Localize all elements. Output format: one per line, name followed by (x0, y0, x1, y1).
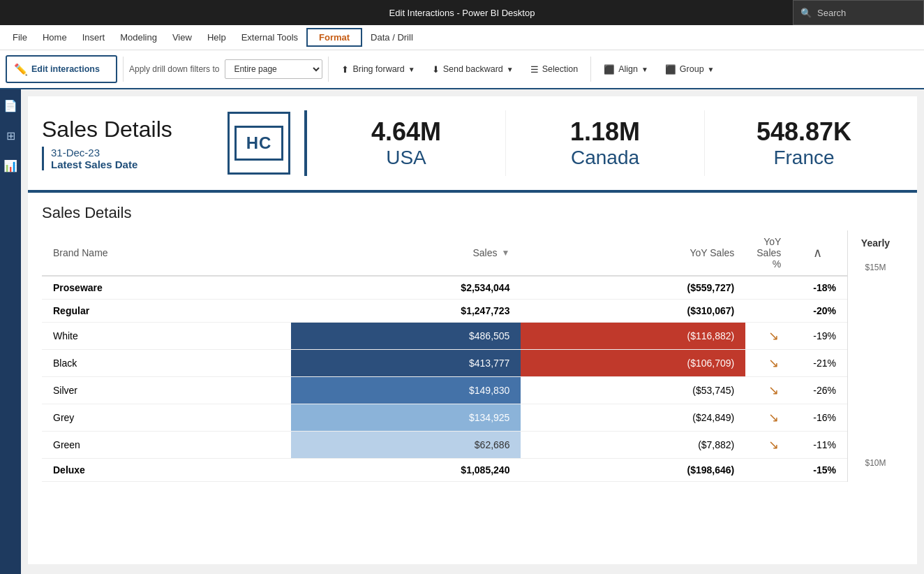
table-header-row: Brand Name Sales ▼ YoY Sales (42, 230, 847, 276)
table-row: Deluxe$1,085,240($198,646)-15% (42, 459, 847, 482)
table-row: Grey$134,925($24,849)↘-16% (42, 404, 847, 432)
group-chevron: ▼ (708, 66, 715, 73)
report-canvas: Sales Details 31-Dec-23 Latest Sales Dat… (28, 96, 917, 564)
bring-forward-icon: ⬆ (341, 64, 349, 75)
cell-brand: Proseware (42, 276, 291, 300)
sort-icon: ▼ (502, 248, 510, 258)
scroll-up-icon: ∧ (813, 246, 822, 260)
kpi-value-france: 548.87K (757, 117, 851, 147)
cell-brand: Regular (42, 300, 291, 323)
main-content: Sales Details 31-Dec-23 Latest Sales Dat… (21, 89, 924, 574)
table-body: Proseware$2,534,044($559,727)-18%Regular… (42, 276, 847, 482)
align-button[interactable]: ⬛ Align ▼ (597, 55, 655, 83)
menu-modeling[interactable]: Modeling (113, 29, 164, 45)
send-backward-button[interactable]: ⬇ Send backward ▼ (425, 55, 521, 83)
cell-sales: $1,247,723 (291, 300, 521, 323)
kpi-logo-text: HC (246, 133, 272, 153)
menu-file[interactable]: File (6, 29, 34, 45)
group-button[interactable]: ⬛ Group ▼ (658, 55, 722, 83)
apply-drill-label: Apply drill down filters to (129, 64, 219, 74)
apply-drill-dropdown[interactable]: Entire page (225, 59, 322, 79)
cell-yoy: ($53,745) (521, 377, 745, 404)
price-label-2: $10M (865, 458, 886, 468)
cell-arrow: ↘ (745, 377, 802, 404)
sidebar-icon-1[interactable]: 📄 (1, 96, 20, 115)
th-scroll[interactable]: ∧ (802, 230, 847, 276)
send-backward-chevron: ▼ (507, 66, 514, 73)
cell-yoy-pct: -26% (802, 377, 847, 404)
table-row: Green$62,686($7,882)↘-11% (42, 432, 847, 459)
cell-arrow (745, 276, 802, 300)
cell-yoy-pct: -16% (802, 404, 847, 432)
kpi-value-usa: 4.64M (371, 117, 441, 147)
kpi-card-canada: 1.18M Canada (506, 110, 705, 176)
menu-insert[interactable]: Insert (75, 29, 112, 45)
kpi-country-france: France (773, 147, 834, 169)
cell-yoy-pct: -20% (802, 300, 847, 323)
app-title: Edit Interactions - Power BI Desktop (389, 8, 535, 18)
cell-yoy-pct: -19% (802, 323, 847, 350)
search-box[interactable]: 🔍 Search (793, 0, 924, 25)
edit-interactions-button[interactable]: ✏️ Edit interactions (6, 55, 117, 83)
menu-external-tools[interactable]: External Tools (234, 29, 305, 45)
table-title: Sales Details (42, 204, 903, 222)
edit-interactions-icon: ✏️ (14, 63, 28, 76)
bring-forward-chevron: ▼ (408, 66, 415, 73)
cell-brand: White (42, 323, 291, 350)
cell-brand: Black (42, 350, 291, 377)
separator-1 (123, 57, 124, 82)
menu-help[interactable]: Help (200, 29, 233, 45)
cell-arrow (745, 300, 802, 323)
th-yoy-pct: YoY Sales % (745, 230, 802, 276)
table-row: Silver$149,830($53,745)↘-26% (42, 377, 847, 404)
selection-button[interactable]: ☰ Selection (523, 55, 585, 83)
send-backward-label: Send backward (443, 64, 503, 74)
cell-sales: $1,085,240 (291, 459, 521, 482)
cell-yoy-pct: -15% (802, 459, 847, 482)
kpi-country-canada: Canada (571, 147, 639, 169)
cell-brand: Deluxe (42, 459, 291, 482)
kpi-left-info: Sales Details 31-Dec-23 Latest Sales Dat… (42, 117, 221, 170)
cell-arrow: ↘ (745, 432, 802, 459)
cell-yoy: ($116,882) (521, 323, 745, 350)
kpi-card-usa: 4.64M USA (307, 110, 506, 176)
cell-yoy: ($106,709) (521, 350, 745, 377)
cell-sales: $62,686 (291, 432, 521, 459)
toolbar: ✏️ Edit interactions Apply drill down fi… (0, 50, 924, 89)
table-section: Sales Details Brand Name Sales (28, 193, 917, 493)
menu-format[interactable]: Format (306, 28, 362, 47)
table-row: Black$413,777($106,709)↘-21% (42, 350, 847, 377)
menu-data-drill[interactable]: Data / Drill (364, 29, 420, 45)
table-row: Regular$1,247,723($310,067)-20% (42, 300, 847, 323)
sidebar-icon-3[interactable]: 📊 (1, 156, 20, 175)
cell-yoy: ($198,646) (521, 459, 745, 482)
bring-forward-button[interactable]: ⬆ Bring forward ▼ (334, 55, 422, 83)
cell-yoy-pct: -21% (802, 350, 847, 377)
menu-home[interactable]: Home (36, 29, 74, 45)
table-row: White$486,505($116,882)↘-19% (42, 323, 847, 350)
selection-label: Selection (542, 64, 578, 74)
th-sales[interactable]: Sales ▼ (291, 230, 521, 276)
cell-brand: Grey (42, 404, 291, 432)
right-chart-panel: Yearly $15M $10M (847, 230, 903, 482)
cell-brand: Green (42, 432, 291, 459)
separator-2 (328, 57, 329, 82)
search-label: Search (817, 8, 846, 18)
kpi-date: 31-Dec-23 (51, 147, 221, 159)
kpi-section: Sales Details 31-Dec-23 Latest Sales Dat… (28, 96, 917, 193)
edit-interactions-label: Edit interactions (31, 64, 100, 74)
cell-yoy: ($24,849) (521, 404, 745, 432)
cell-sales: $2,534,044 (291, 276, 521, 300)
kpi-logo: HC (228, 112, 290, 175)
left-sidebar: 📄 ⊞ 📊 (0, 89, 21, 574)
kpi-card-france: 548.87K France (705, 110, 903, 176)
sales-table: Brand Name Sales ▼ YoY Sales (42, 230, 847, 482)
cell-arrow: ↘ (745, 323, 802, 350)
cell-sales: $413,777 (291, 350, 521, 377)
cell-sales: $134,925 (291, 404, 521, 432)
cell-arrow (745, 459, 802, 482)
menu-view[interactable]: View (165, 29, 199, 45)
sidebar-icon-2[interactable]: ⊞ (3, 126, 18, 145)
menu-bar: File Home Insert Modeling View Help Exte… (0, 25, 924, 50)
kpi-value-canada: 1.18M (570, 117, 640, 147)
